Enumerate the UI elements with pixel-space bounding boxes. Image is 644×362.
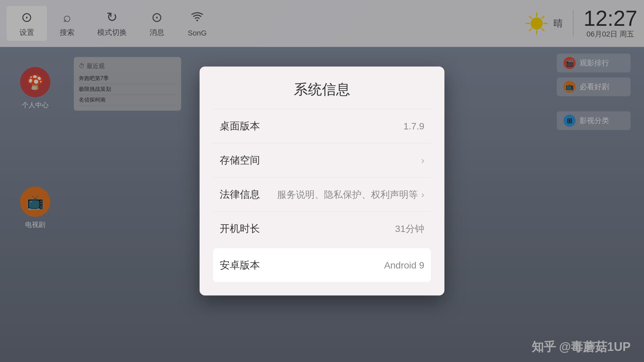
uptime-label: 开机时长	[220, 222, 260, 236]
desktop-version-label: 桌面版本	[220, 119, 260, 133]
legal-value-text: 服务说明、隐私保护、权利声明等	[277, 188, 418, 201]
dialog-row-android[interactable]: 安卓版本 Android 9	[213, 248, 431, 282]
legal-chevron: ›	[421, 189, 424, 200]
legal-label: 法律信息	[220, 188, 260, 201]
dialog-title: 系统信息	[200, 67, 444, 109]
uptime-value: 31分钟	[395, 222, 424, 235]
storage-value: ›	[421, 155, 424, 166]
dialog-row-legal[interactable]: 法律信息 服务说明、隐私保护、权利声明等 ›	[213, 177, 431, 212]
desktop-version-value: 1.7.9	[404, 121, 424, 131]
dialog-row-storage[interactable]: 存储空间 ›	[213, 143, 431, 177]
system-info-dialog: 系统信息 桌面版本 1.7.9 存储空间 › 法律信息 服务说明、隐私保护、权利…	[200, 67, 444, 296]
storage-chevron: ›	[421, 155, 424, 166]
android-value: Android 9	[384, 260, 424, 270]
dialog-body: 桌面版本 1.7.9 存储空间 › 法律信息 服务说明、隐私保护、权利声明等 ›…	[200, 109, 444, 296]
dialog-row-uptime[interactable]: 开机时长 31分钟	[213, 212, 431, 246]
dialog-row-desktop-version[interactable]: 桌面版本 1.7.9	[213, 109, 431, 143]
storage-label: 存储空间	[220, 154, 260, 167]
android-label: 安卓版本	[220, 258, 260, 272]
legal-value: 服务说明、隐私保护、权利声明等 ›	[277, 188, 424, 201]
